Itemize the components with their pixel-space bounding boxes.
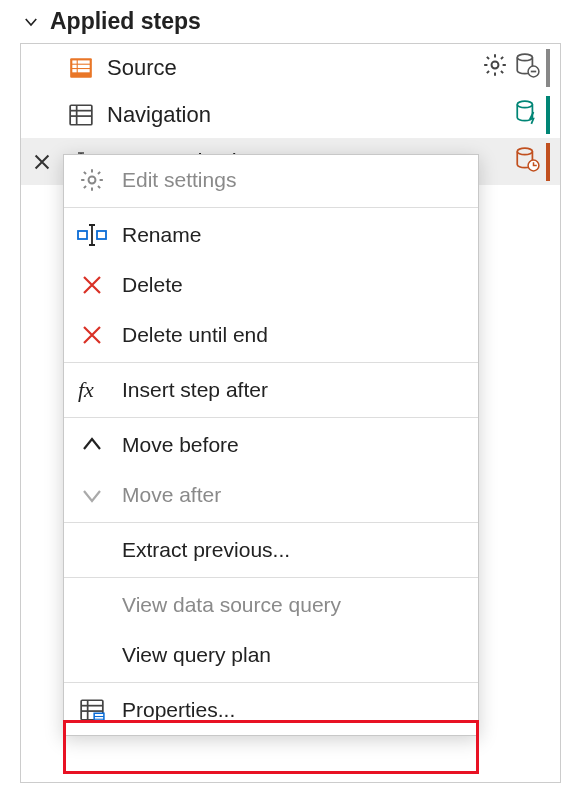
ctx-label: View query plan: [122, 643, 271, 667]
svg-point-19: [517, 148, 532, 155]
step-trailing: [514, 143, 552, 181]
separator: [64, 207, 478, 208]
ctx-label: Extract previous...: [122, 538, 290, 562]
separator: [64, 682, 478, 683]
database-bolt-icon[interactable]: [514, 99, 540, 130]
ctx-label: Insert step after: [122, 378, 268, 402]
ctx-view-data-source-query: View data source query: [64, 580, 478, 630]
svg-rect-5: [72, 69, 76, 72]
step-label: Navigation: [107, 102, 502, 128]
ctx-insert-step-after[interactable]: fx Insert step after: [64, 365, 478, 415]
ctx-edit-settings: Edit settings: [64, 155, 478, 205]
chevron-down-icon: [76, 479, 108, 511]
status-bar-icon: [546, 143, 550, 181]
ctx-extract-previous[interactable]: Extract previous...: [64, 525, 478, 575]
separator: [64, 362, 478, 363]
ctx-label: Rename: [122, 223, 201, 247]
delete-step-icon[interactable]: [31, 151, 53, 173]
separator: [64, 577, 478, 578]
gear-icon[interactable]: [482, 52, 508, 83]
svg-rect-2: [78, 60, 90, 63]
source-table-icon: [67, 54, 95, 82]
ctx-delete[interactable]: Delete: [64, 260, 478, 310]
applied-steps-panel: Source Nav: [20, 43, 561, 783]
status-bar-icon: [546, 49, 550, 87]
ctx-label: View data source query: [122, 593, 341, 617]
ctx-label: Delete until end: [122, 323, 268, 347]
separator: [64, 522, 478, 523]
svg-rect-22: [78, 231, 87, 239]
database-minus-icon[interactable]: [514, 52, 540, 83]
ctx-rename[interactable]: Rename: [64, 210, 478, 260]
ctx-label: Edit settings: [122, 168, 236, 192]
ctx-label: Move after: [122, 483, 221, 507]
svg-text:fx: fx: [78, 378, 94, 402]
ctx-view-query-plan[interactable]: View query plan: [64, 630, 478, 680]
svg-rect-11: [70, 105, 92, 125]
ctx-label: Properties...: [122, 698, 235, 722]
svg-rect-3: [72, 64, 76, 67]
panel-title: Applied steps: [50, 8, 201, 35]
svg-rect-1: [72, 60, 76, 63]
context-menu: Edit settings Rename Delete: [63, 154, 479, 736]
ctx-move-before[interactable]: Move before: [64, 420, 478, 470]
applied-step-navigation[interactable]: Navigation: [21, 91, 560, 138]
delete-x-icon: [76, 319, 108, 351]
svg-point-8: [517, 54, 532, 61]
fx-icon: fx: [76, 374, 108, 406]
gear-icon: [76, 164, 108, 196]
ctx-properties[interactable]: Properties...: [64, 685, 478, 735]
ctx-label: Delete: [122, 273, 183, 297]
step-label: Source: [107, 55, 470, 81]
ctx-label: Move before: [122, 433, 239, 457]
delete-x-icon: [76, 269, 108, 301]
ctx-move-after: Move after: [64, 470, 478, 520]
ctx-delete-until-end[interactable]: Delete until end: [64, 310, 478, 360]
step-trailing: [482, 49, 552, 87]
database-clock-icon[interactable]: [514, 146, 540, 177]
svg-rect-4: [78, 64, 90, 67]
properties-table-icon: [76, 694, 108, 726]
svg-point-21: [89, 177, 96, 184]
svg-point-7: [492, 62, 499, 69]
applied-step-source[interactable]: Source: [21, 44, 560, 91]
status-bar-icon: [546, 96, 550, 134]
svg-rect-30: [94, 713, 104, 722]
svg-point-15: [517, 101, 532, 108]
svg-rect-6: [78, 69, 90, 72]
chevron-down-icon: [22, 13, 40, 31]
applied-steps-header[interactable]: Applied steps: [0, 0, 581, 43]
table-icon: [67, 101, 95, 129]
separator: [64, 417, 478, 418]
chevron-up-icon: [76, 429, 108, 461]
svg-rect-23: [97, 231, 106, 239]
rename-icon: [76, 219, 108, 251]
step-trailing: [514, 96, 552, 134]
